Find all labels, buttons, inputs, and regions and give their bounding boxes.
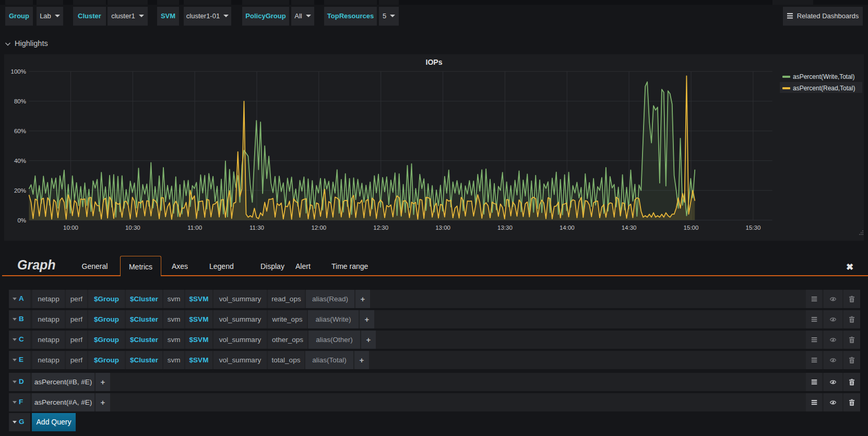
- svg-text:80%: 80%: [14, 98, 26, 104]
- svg-text:0%: 0%: [17, 217, 26, 223]
- svg-text:100%: 100%: [11, 68, 26, 75]
- svg-text:20%: 20%: [14, 187, 26, 194]
- svg-text:10:00: 10:00: [63, 225, 78, 231]
- svg-text:15:00: 15:00: [684, 225, 699, 231]
- svg-text:13:30: 13:30: [497, 225, 513, 231]
- svg-text:12:00: 12:00: [311, 225, 326, 231]
- svg-text:11:30: 11:30: [249, 225, 264, 231]
- svg-text:10:30: 10:30: [125, 225, 140, 231]
- svg-text:15:30: 15:30: [746, 225, 761, 231]
- svg-text:11:00: 11:00: [187, 225, 202, 231]
- svg-text:60%: 60%: [14, 128, 26, 134]
- svg-text:40%: 40%: [14, 158, 26, 164]
- svg-text:12:30: 12:30: [373, 225, 388, 231]
- svg-text:14:00: 14:00: [560, 225, 575, 231]
- svg-text:13:00: 13:00: [435, 225, 450, 231]
- svg-text:14:30: 14:30: [622, 225, 637, 231]
